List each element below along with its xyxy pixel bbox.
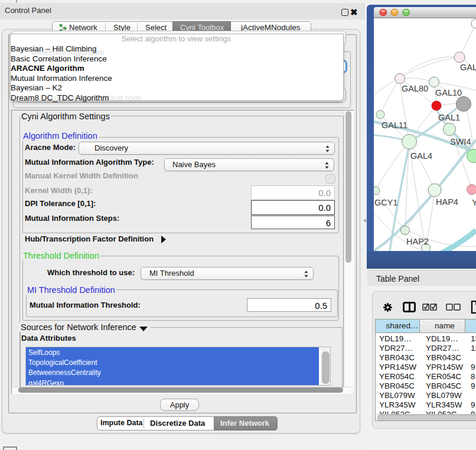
svg-text:HAP2: HAP2 (406, 237, 429, 246)
svg-text:GAL4: GAL4 (410, 151, 432, 161)
svg-text:GAL1: GAL1 (438, 113, 460, 122)
svg-text:Y: Y (472, 198, 476, 207)
svg-text:GCY1: GCY1 (374, 198, 398, 207)
svg-text:GAL2: GAL2 (460, 63, 476, 72)
svg-text:GAL80: GAL80 (402, 84, 428, 93)
svg-text:HAP4: HAP4 (436, 197, 458, 207)
svg-text:GAL11: GAL11 (382, 120, 407, 130)
svg-text:SWI4: SWI4 (450, 137, 471, 146)
svg-text:GAL10: GAL10 (435, 88, 462, 97)
